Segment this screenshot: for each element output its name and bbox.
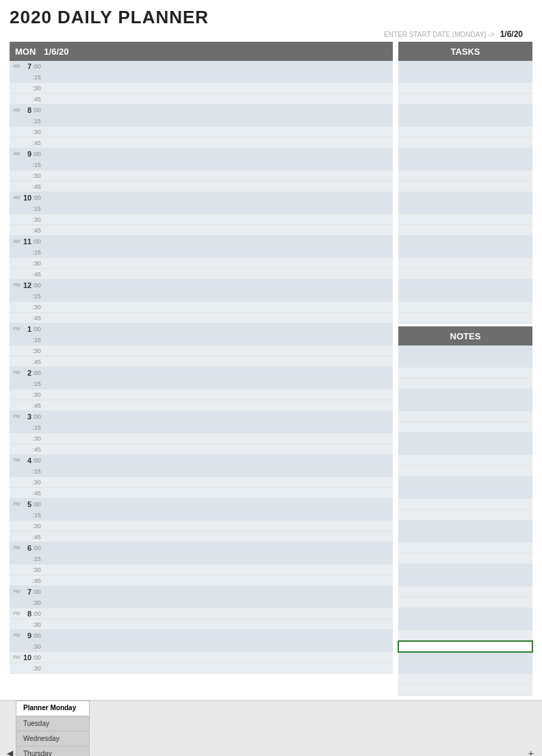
task-row[interactable]	[398, 72, 532, 83]
time-row[interactable]: :30	[10, 127, 393, 138]
task-row[interactable]	[398, 225, 532, 236]
note-row[interactable]	[398, 444, 532, 455]
time-row[interactable]: PM3:00	[10, 411, 393, 422]
task-row[interactable]	[398, 214, 532, 225]
task-row[interactable]	[398, 83, 532, 94]
task-row[interactable]	[398, 291, 532, 302]
time-row[interactable]: :45	[10, 356, 393, 367]
note-row[interactable]	[398, 466, 532, 477]
task-row[interactable]	[398, 192, 532, 203]
time-row[interactable]: :30	[10, 433, 393, 444]
task-row[interactable]	[398, 116, 532, 127]
time-row[interactable]: :45	[10, 94, 393, 105]
task-row[interactable]	[398, 127, 532, 138]
task-row[interactable]	[398, 280, 532, 291]
time-row[interactable]: PM12:00	[10, 280, 393, 291]
tab-thursday[interactable]: Thursday	[16, 746, 90, 756]
note-row[interactable]	[398, 532, 532, 543]
time-row[interactable]: :15	[10, 72, 393, 83]
time-row[interactable]: :45	[10, 400, 393, 411]
note-row[interactable]	[398, 685, 532, 696]
tab-add-button[interactable]: +	[524, 748, 538, 756]
time-row[interactable]: :15	[10, 116, 393, 127]
time-row[interactable]: AM11:00	[10, 236, 393, 247]
time-row[interactable]: PM6:00	[10, 543, 393, 553]
note-row[interactable]	[398, 378, 532, 389]
time-row[interactable]: :15	[10, 553, 393, 564]
time-row[interactable]: :30	[10, 641, 393, 652]
note-row[interactable]	[398, 641, 532, 652]
time-row[interactable]: :30	[10, 564, 393, 575]
note-row[interactable]	[398, 608, 532, 619]
note-row[interactable]	[398, 543, 532, 553]
note-row[interactable]	[398, 586, 532, 597]
time-row[interactable]: AM9:00	[10, 148, 393, 159]
time-row[interactable]: PM1:00	[10, 324, 393, 335]
time-row[interactable]: PM4:00	[10, 455, 393, 466]
time-row[interactable]: :15	[10, 378, 393, 389]
time-row[interactable]: :45	[10, 269, 393, 280]
time-row[interactable]: PM7:00	[10, 586, 393, 597]
task-row[interactable]	[398, 170, 532, 181]
time-row[interactable]: :30	[10, 346, 393, 356]
time-row[interactable]: PM8:00	[10, 608, 393, 619]
note-row[interactable]	[398, 674, 532, 685]
task-row[interactable]	[398, 247, 532, 258]
note-row[interactable]	[398, 521, 532, 532]
note-row[interactable]	[398, 346, 532, 356]
time-row[interactable]: :45	[10, 444, 393, 455]
time-row[interactable]: :15	[10, 291, 393, 302]
tab-arrow-left[interactable]: ◀	[4, 748, 16, 756]
task-row[interactable]	[398, 236, 532, 247]
time-row[interactable]: :30	[10, 170, 393, 181]
time-row[interactable]: :45	[10, 313, 393, 324]
time-row[interactable]: :30	[10, 477, 393, 488]
note-row[interactable]	[398, 553, 532, 564]
task-row[interactable]	[398, 258, 532, 269]
note-row[interactable]	[398, 499, 532, 510]
note-row[interactable]	[398, 367, 532, 378]
time-row[interactable]: PM5:00	[10, 499, 393, 510]
note-row[interactable]	[398, 619, 532, 630]
note-row[interactable]	[398, 455, 532, 466]
task-row[interactable]	[398, 105, 532, 116]
time-row[interactable]: :45	[10, 532, 393, 543]
note-row[interactable]	[398, 488, 532, 499]
note-row[interactable]	[398, 389, 532, 400]
tab-tuesday[interactable]: Tuesday	[16, 716, 90, 731]
note-row[interactable]	[398, 652, 532, 663]
note-row[interactable]	[398, 575, 532, 586]
time-row[interactable]: AM8:00	[10, 105, 393, 116]
tab-wednesday[interactable]: Wednesday	[16, 731, 90, 746]
time-row[interactable]: :30	[10, 663, 393, 674]
time-row[interactable]: AM7:00	[10, 61, 393, 72]
time-row[interactable]: :30	[10, 597, 393, 608]
task-row[interactable]	[398, 203, 532, 214]
time-row[interactable]: AM10:00	[10, 192, 393, 203]
time-row[interactable]: :30	[10, 214, 393, 225]
note-row[interactable]	[398, 356, 532, 367]
time-row[interactable]: :15	[10, 159, 393, 170]
note-row[interactable]	[398, 597, 532, 608]
task-row[interactable]	[398, 159, 532, 170]
time-row[interactable]: :15	[10, 466, 393, 477]
time-row[interactable]: :30	[10, 302, 393, 313]
note-row[interactable]	[398, 510, 532, 521]
task-row[interactable]	[398, 313, 532, 324]
time-row[interactable]: :30	[10, 521, 393, 532]
time-row[interactable]: :15	[10, 422, 393, 433]
note-row[interactable]	[398, 433, 532, 444]
note-row[interactable]	[398, 422, 532, 433]
task-row[interactable]	[398, 148, 532, 159]
time-row[interactable]: :45	[10, 488, 393, 499]
note-row[interactable]	[398, 400, 532, 411]
time-row[interactable]: :45	[10, 225, 393, 236]
time-row[interactable]: :15	[10, 510, 393, 521]
time-row[interactable]: :45	[10, 138, 393, 148]
time-row[interactable]: :15	[10, 247, 393, 258]
time-row[interactable]: PM10:00	[10, 652, 393, 663]
task-row[interactable]	[398, 61, 532, 72]
time-row[interactable]: PM2:00	[10, 367, 393, 378]
note-row[interactable]	[398, 411, 532, 422]
task-row[interactable]	[398, 94, 532, 105]
